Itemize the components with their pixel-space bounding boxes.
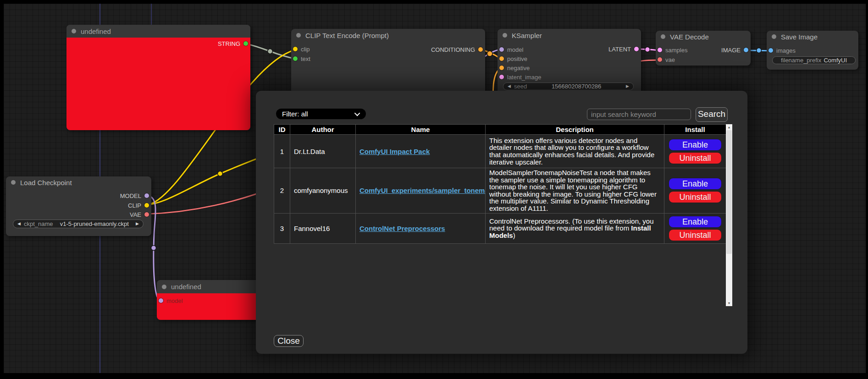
slot-label: samples (665, 47, 687, 54)
node-undefined-bottom[interactable]: undefined model (157, 280, 260, 320)
node-title: CLIP Text Encode (Prompt) (305, 32, 389, 39)
chevron-down-icon (354, 110, 360, 116)
enable-button[interactable]: Enable (669, 178, 722, 190)
node-title: Load Checkpoint (20, 179, 72, 187)
output-slot-vae[interactable]: VAE (130, 210, 149, 219)
input-slot-model[interactable]: model (159, 297, 182, 305)
vae-slot-icon[interactable] (144, 212, 149, 217)
output-slot-clip[interactable]: CLIP (128, 201, 149, 209)
conditioning-slot-icon[interactable] (499, 66, 504, 70)
ckpt-name-widget[interactable]: ◀ ckpt_name v1-5-pruned-emaonly.ckpt ▶ (13, 220, 144, 228)
output-slot-string[interactable]: STRING (218, 39, 248, 48)
slot-label: images (776, 47, 796, 54)
node-header[interactable]: VAE Decode (656, 31, 751, 43)
latent-slot-icon[interactable] (658, 48, 662, 52)
cell-id: 3 (274, 213, 290, 243)
input-slot-positive[interactable]: positive (499, 55, 527, 63)
collapse-dot-icon[interactable] (72, 29, 76, 33)
search-button[interactable]: Search (696, 107, 728, 122)
slot-label: CONDITIONING (431, 46, 475, 53)
collapse-dot-icon[interactable] (11, 180, 16, 185)
output-slot-model[interactable]: MODEL (120, 192, 149, 200)
node-error-body (66, 38, 250, 130)
string-slot-icon[interactable] (293, 56, 298, 61)
node-undefined-top[interactable]: undefined STRING (66, 25, 250, 130)
node-title: undefined (171, 283, 201, 291)
seed-widget[interactable]: ◀ seed 156680208700286 ▶ (503, 82, 634, 90)
input-slot-model[interactable]: model (499, 45, 523, 54)
scrollbar-thumb[interactable] (726, 130, 732, 254)
input-slot-text[interactable]: text (293, 55, 310, 63)
node-save-image[interactable]: Save Image images filename_prefix ComfyU… (767, 31, 858, 70)
input-slot-clip[interactable]: clip (293, 45, 310, 53)
node-header[interactable]: Load Checkpoint (6, 176, 151, 188)
extension-link[interactable]: ComfyUI_experiments/sampler_tonemap (359, 187, 486, 194)
right-arrow-icon[interactable]: ▶ (626, 84, 629, 88)
output-slot-image[interactable]: IMAGE (721, 46, 748, 54)
input-slot-vae[interactable]: vae (658, 55, 675, 64)
slot-label: clip (301, 46, 310, 53)
node-clip-text-encode[interactable]: CLIP Text Encode (Prompt) clip text COND… (291, 29, 485, 92)
collapse-dot-icon[interactable] (772, 34, 776, 39)
cell-author: Dr.Lt.Data (290, 135, 356, 168)
enable-button[interactable]: Enable (669, 216, 722, 228)
table-header-row: ID Author Name Description Install (274, 125, 726, 135)
extension-link[interactable]: ControlNet Preprocessors (359, 225, 445, 232)
widget-value: v1-5-pruned-emaonly.ckpt (60, 220, 129, 227)
close-button[interactable]: Close (274, 335, 304, 347)
cell-description: This extension offers various detector n… (486, 135, 664, 168)
latent-slot-icon[interactable] (499, 75, 504, 79)
enable-button[interactable]: Enable (669, 139, 722, 151)
left-arrow-icon[interactable]: ◀ (508, 84, 511, 88)
output-slot-conditioning[interactable]: CONDITIONING (431, 45, 483, 54)
uninstall-button[interactable]: Uninstall (669, 229, 722, 241)
conditioning-slot-icon[interactable] (478, 47, 483, 52)
input-slot-negative[interactable]: negative (499, 64, 530, 72)
extension-link[interactable]: ComfyUI Impact Pack (359, 148, 430, 155)
node-title: KSampler (512, 32, 542, 39)
node-vae-decode[interactable]: VAE Decode samples vae IMAGE (656, 31, 751, 66)
model-slot-icon[interactable] (499, 47, 504, 52)
cell-description: ModelSamplerTonemapNoiseTest a node that… (486, 168, 664, 214)
uninstall-button[interactable]: Uninstall (669, 191, 722, 203)
left-arrow-icon[interactable]: ◀ (17, 222, 21, 226)
collapse-dot-icon[interactable] (296, 33, 301, 38)
input-slot-images[interactable]: images (768, 46, 796, 55)
node-header[interactable]: undefined (157, 280, 260, 293)
image-slot-icon[interactable] (768, 48, 773, 53)
input-slot-samples[interactable]: samples (658, 46, 687, 54)
uninstall-button[interactable]: Uninstall (669, 152, 722, 164)
node-header[interactable]: undefined (66, 25, 250, 38)
collapse-dot-icon[interactable] (162, 285, 166, 289)
scroll-up-icon[interactable]: ▲ (726, 126, 732, 129)
clip-slot-icon[interactable] (293, 47, 298, 51)
scrollbar[interactable]: ▲ ▼ (726, 124, 732, 306)
vae-slot-icon[interactable] (658, 57, 662, 62)
search-input[interactable] (587, 109, 691, 120)
collapse-dot-icon[interactable] (661, 34, 665, 39)
filename-prefix-widget[interactable]: filename_prefix ComfyUI (772, 56, 856, 64)
model-slot-icon[interactable] (159, 298, 163, 303)
node-header[interactable]: Save Image (767, 31, 858, 43)
collapse-dot-icon[interactable] (503, 33, 507, 38)
slot-label: model (166, 297, 182, 304)
table-row: 2 comfyanonymous ComfyUI_experiments/sam… (274, 168, 726, 214)
image-slot-icon[interactable] (744, 48, 748, 52)
filter-select[interactable]: Filter: all (276, 109, 366, 119)
right-arrow-icon[interactable]: ▶ (136, 222, 139, 226)
node-header[interactable]: CLIP Text Encode (Prompt) (291, 29, 485, 42)
table-row: 1 Dr.Lt.Data ComfyUI Impact Pack This ex… (274, 135, 726, 168)
widget-label: seed (514, 83, 527, 90)
extension-table: ID Author Name Description Install 1 Dr.… (274, 124, 726, 244)
node-load-checkpoint[interactable]: Load Checkpoint MODEL CLIP VAE ◀ ckpt_na… (6, 176, 151, 236)
input-slot-latent-image[interactable]: latent_image (499, 73, 541, 81)
model-slot-icon[interactable] (144, 193, 149, 198)
string-slot-icon[interactable] (243, 41, 248, 46)
conditioning-slot-icon[interactable] (499, 56, 504, 61)
node-header[interactable]: KSampler (498, 29, 641, 42)
latent-slot-icon[interactable] (634, 47, 639, 51)
scroll-down-icon[interactable]: ▼ (726, 302, 732, 305)
clip-slot-icon[interactable] (144, 203, 149, 208)
output-slot-latent[interactable]: LATENT (608, 45, 639, 53)
node-ksampler[interactable]: KSampler model positive negative latent_… (498, 29, 641, 92)
